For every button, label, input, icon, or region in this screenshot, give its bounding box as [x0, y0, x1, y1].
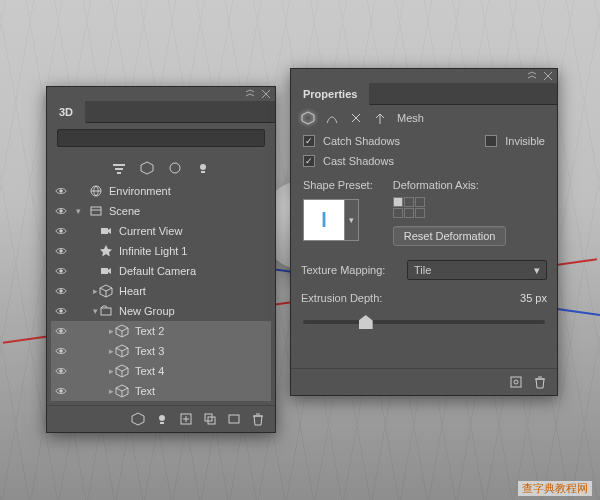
- tree-row[interactable]: Infinite Light 1: [51, 241, 271, 261]
- tree-row[interactable]: Environment: [51, 181, 271, 201]
- close-icon[interactable]: [543, 71, 553, 81]
- invisible-checkbox[interactable]: [485, 135, 497, 147]
- tree-item-label: Default Camera: [119, 265, 267, 277]
- twisty-icon[interactable]: ▸: [73, 286, 93, 296]
- tree-item-label: New Group: [119, 305, 267, 317]
- svg-point-3: [170, 163, 180, 173]
- deform-mode-icon[interactable]: [325, 111, 339, 125]
- svg-point-19: [59, 349, 62, 352]
- tree-item-label: Text 3: [135, 345, 267, 357]
- render-settings-icon[interactable]: [509, 375, 523, 389]
- env-icon: [89, 184, 103, 198]
- tab-properties[interactable]: Properties: [291, 83, 370, 105]
- svg-point-8: [59, 209, 62, 212]
- svg-rect-0: [113, 164, 125, 166]
- svg-point-16: [59, 309, 62, 312]
- visibility-icon[interactable]: [55, 385, 67, 397]
- panel-header[interactable]: [291, 69, 557, 83]
- tree-item-label: Infinite Light 1: [119, 245, 267, 257]
- cast-shadows-label: Cast Shadows: [323, 155, 394, 167]
- tree-row[interactable]: ▸Text 4: [51, 361, 271, 381]
- catch-shadows-checkbox[interactable]: [303, 135, 315, 147]
- tree-row[interactable]: Current View: [51, 221, 271, 241]
- twisty-icon[interactable]: ▾: [73, 306, 93, 316]
- visibility-icon[interactable]: [55, 185, 67, 197]
- reset-deformation-button[interactable]: Reset Deformation: [393, 226, 507, 246]
- svg-point-29: [514, 380, 518, 384]
- visibility-icon[interactable]: [55, 245, 67, 257]
- group-icon: [99, 304, 113, 318]
- svg-point-10: [59, 229, 62, 232]
- mesh-icon: [99, 284, 113, 298]
- render-icon[interactable]: [227, 412, 241, 426]
- filter-scene-icon[interactable]: [112, 161, 126, 175]
- trash-icon[interactable]: [251, 412, 265, 426]
- svg-rect-5: [201, 171, 205, 173]
- close-icon[interactable]: [261, 89, 271, 99]
- tree-row[interactable]: ▸Text 3: [51, 341, 271, 361]
- cap-mode-icon[interactable]: [349, 111, 363, 125]
- tab-3d[interactable]: 3D: [47, 101, 86, 123]
- svg-point-20: [59, 369, 62, 372]
- collapse-icon[interactable]: [527, 71, 537, 81]
- mesh-icon: [115, 344, 129, 358]
- 3d-filter-toolbar: [47, 155, 275, 181]
- trash-icon[interactable]: [533, 375, 547, 389]
- visibility-icon[interactable]: [55, 325, 67, 337]
- tree-row[interactable]: ▸Text 2: [51, 321, 271, 341]
- new-mesh-icon[interactable]: [131, 412, 145, 426]
- deform-axis-picker[interactable]: [393, 197, 507, 218]
- visibility-icon[interactable]: [55, 265, 67, 277]
- coords-mode-icon[interactable]: [373, 111, 387, 125]
- visibility-icon[interactable]: [55, 305, 67, 317]
- shape-preset-dropdown[interactable]: ▾: [345, 199, 359, 241]
- mesh-mode-icon[interactable]: [301, 111, 315, 125]
- svg-rect-14: [101, 268, 108, 274]
- svg-rect-28: [511, 377, 521, 387]
- extrusion-depth-label: Extrusion Depth:: [301, 292, 382, 304]
- svg-point-12: [59, 249, 62, 252]
- tree-row[interactable]: ▾Scene: [51, 201, 271, 221]
- svg-rect-1: [115, 168, 123, 170]
- shape-preset-swatch[interactable]: l: [303, 199, 345, 241]
- tree-item-label: Heart: [119, 285, 267, 297]
- props-footer-toolbar: [291, 368, 557, 395]
- texture-mapping-value: Tile: [414, 264, 431, 276]
- twisty-icon[interactable]: ▾: [73, 206, 83, 216]
- tree-row[interactable]: ▾New Group: [51, 301, 271, 321]
- twisty-icon[interactable]: ▸: [73, 326, 109, 336]
- filter-light-icon[interactable]: [196, 161, 210, 175]
- visibility-icon[interactable]: [55, 345, 67, 357]
- tree-item-label: Scene: [109, 205, 267, 217]
- cast-shadows-checkbox[interactable]: [303, 155, 315, 167]
- tree-row[interactable]: ▸Heart: [51, 281, 271, 301]
- twisty-icon[interactable]: ▸: [73, 346, 109, 356]
- chevron-down-icon: ▾: [534, 264, 540, 277]
- twisty-icon[interactable]: ▸: [73, 366, 109, 376]
- visibility-icon[interactable]: [55, 365, 67, 377]
- twisty-icon[interactable]: ▸: [73, 386, 109, 396]
- invisible-label: Invisible: [505, 135, 545, 147]
- 3d-search-input[interactable]: [57, 129, 265, 147]
- new-light-icon[interactable]: [155, 412, 169, 426]
- collapse-icon[interactable]: [245, 89, 255, 99]
- texture-mapping-dropdown[interactable]: Tile ▾: [407, 260, 547, 280]
- duplicate-icon[interactable]: [203, 412, 217, 426]
- tree-row[interactable]: ▸Text: [51, 381, 271, 401]
- svg-rect-17: [101, 308, 111, 315]
- tree-item-label: Text: [135, 385, 267, 397]
- visibility-icon[interactable]: [55, 205, 67, 217]
- visibility-icon[interactable]: [55, 285, 67, 297]
- extrusion-depth-slider[interactable]: [303, 320, 545, 324]
- filter-material-icon[interactable]: [168, 161, 182, 175]
- mesh-icon: [115, 324, 129, 338]
- slider-thumb[interactable]: [359, 315, 373, 329]
- panel-header[interactable]: [47, 87, 275, 101]
- visibility-icon[interactable]: [55, 225, 67, 237]
- tree-row[interactable]: Default Camera: [51, 261, 271, 281]
- filter-mesh-icon[interactable]: [140, 161, 154, 175]
- extrusion-depth-value[interactable]: 35 px: [520, 292, 547, 304]
- add-to-scene-icon[interactable]: [179, 412, 193, 426]
- 3d-panel: 3D Environment▾SceneCurrent ViewInfinite…: [46, 86, 276, 433]
- svg-rect-11: [101, 228, 108, 234]
